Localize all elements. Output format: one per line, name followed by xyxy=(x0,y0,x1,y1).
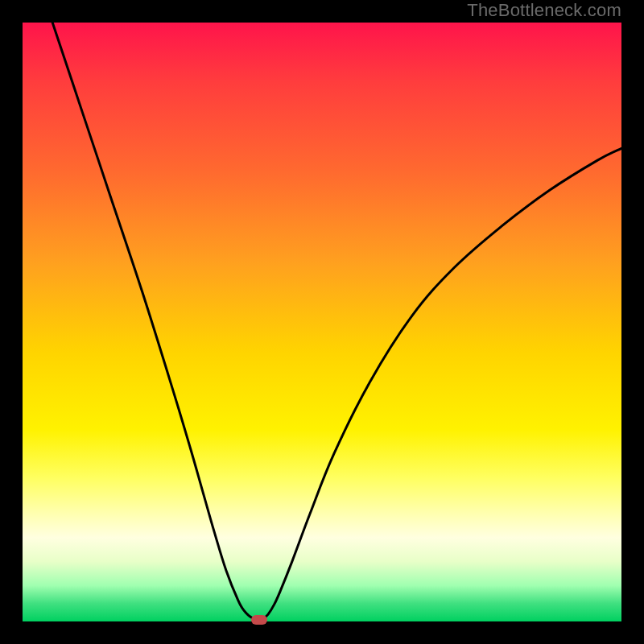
minimum-marker xyxy=(251,615,267,625)
watermark-text: TheBottleneck.com xyxy=(467,0,621,21)
chart-frame: TheBottleneck.com xyxy=(0,0,644,644)
curve-right-path xyxy=(262,148,621,620)
curve-left-path xyxy=(52,23,256,620)
curve-svg xyxy=(23,23,621,621)
plot-area xyxy=(23,23,621,621)
